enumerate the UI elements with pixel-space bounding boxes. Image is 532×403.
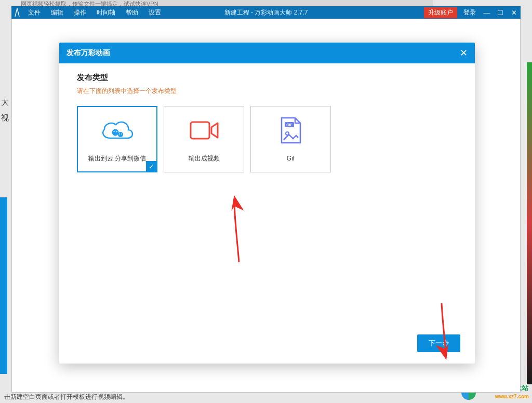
option-cloud-wechat[interactable]: 输出到云:分享到微信 ✓ xyxy=(77,106,157,172)
option-label: 输出到云:分享到微信 xyxy=(88,154,146,163)
svg-point-4 xyxy=(119,133,120,135)
minimize-button[interactable]: ― xyxy=(480,9,494,17)
upgrade-account-button[interactable]: 升级账户 xyxy=(424,7,457,18)
option-label: 输出成视频 xyxy=(189,154,220,163)
check-icon: ✓ xyxy=(146,161,156,171)
publish-options: 输出到云:分享到微信 ✓ 输出成视频 xyxy=(77,106,457,172)
svg-point-1 xyxy=(118,132,123,137)
svg-point-5 xyxy=(121,133,122,135)
option-gif[interactable]: GIF Gif xyxy=(250,106,331,172)
menu-edit[interactable]: 编辑 xyxy=(46,8,69,17)
app-logo-icon xyxy=(11,6,23,19)
bg-strip-right xyxy=(527,62,532,384)
publish-type-title: 发布类型 xyxy=(77,73,457,83)
app-titlebar: 文件 编辑 操作 时间轴 帮助 设置 新建工程 - 万彩动画大师 2.7.7 升… xyxy=(11,6,521,19)
dialog-body: 发布类型 请在下面的列表中选择一个发布类型 输出到云:分享到微信 ✓ xyxy=(59,63,475,364)
menu-bar: 文件 编辑 操作 时间轴 帮助 设置 xyxy=(23,8,166,17)
publish-dialog: 发布万彩动画 ✕ 发布类型 请在下面的列表中选择一个发布类型 xyxy=(59,43,475,364)
menu-file[interactable]: 文件 xyxy=(23,8,46,17)
dialog-header: 发布万彩动画 ✕ xyxy=(59,43,475,63)
next-button[interactable]: 下一步 xyxy=(417,334,460,352)
cloud-icon xyxy=(99,116,136,145)
background-blur-text: 网页视频轻松抓取，传输文件一键搞定，试试快连VPN xyxy=(21,0,433,6)
menu-timeline[interactable]: 时间轴 xyxy=(91,8,121,17)
svg-point-2 xyxy=(113,131,114,132)
annotation-arrow-up-icon xyxy=(230,201,245,265)
dialog-title: 发布万彩动画 xyxy=(66,48,110,58)
dialog-close-button[interactable]: ✕ xyxy=(460,47,468,59)
menu-action[interactable]: 操作 xyxy=(69,8,91,17)
publish-type-hint: 请在下面的列表中选择一个发布类型 xyxy=(77,87,457,96)
svg-point-0 xyxy=(112,129,118,136)
login-button[interactable]: 登录 xyxy=(459,8,480,17)
video-icon xyxy=(189,116,220,145)
menu-help[interactable]: 帮助 xyxy=(121,8,143,17)
close-window-button[interactable]: ✕ xyxy=(507,9,521,17)
watermark-line2: www.xz7.com xyxy=(495,394,529,399)
svg-rect-6 xyxy=(191,122,209,139)
option-label: Gif xyxy=(287,155,295,162)
bg-side-text-2: 视 xyxy=(1,113,9,123)
bg-side-text-1: 大 xyxy=(1,98,9,108)
maximize-button[interactable]: ☐ xyxy=(494,9,507,17)
gif-icon: GIF xyxy=(278,116,303,145)
svg-point-3 xyxy=(116,131,117,132)
svg-text:GIF: GIF xyxy=(286,123,292,127)
option-video[interactable]: 输出成视频 xyxy=(164,106,244,172)
menu-settings[interactable]: 设置 xyxy=(143,8,166,17)
bg-strip-left xyxy=(0,197,7,374)
